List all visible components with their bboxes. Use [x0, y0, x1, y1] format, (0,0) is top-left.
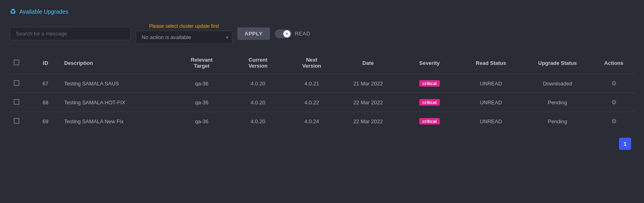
row-upgrade-status: Downloaded	[522, 74, 594, 93]
row-severity: critical	[399, 93, 460, 112]
severity-badge: critical	[419, 80, 440, 87]
row-checkbox-cell	[10, 74, 30, 93]
gear-icon[interactable]: ⚙	[611, 99, 617, 106]
action-dropdown-wrapper: No action is available ▾	[136, 31, 232, 44]
page-header: ♻ Available Upgrades	[10, 7, 634, 16]
header-upgrade-status: Upgrade Status	[522, 52, 594, 74]
row-relevant-target: qa-36	[174, 112, 230, 131]
row-checkbox[interactable]	[14, 118, 19, 124]
table-header-row: ID Description RelevantTarget CurrentVer…	[10, 52, 634, 74]
header-relevant-target: RelevantTarget	[174, 52, 230, 74]
upgrades-table: ID Description RelevantTarget CurrentVer…	[10, 52, 634, 130]
header-severity: Severity	[399, 52, 460, 74]
header-actions: Actions	[593, 52, 634, 74]
read-label: READ	[295, 31, 310, 37]
page-title: Available Upgrades	[19, 8, 68, 15]
severity-badge: critical	[419, 99, 440, 106]
gear-icon[interactable]: ⚙	[611, 80, 617, 87]
toolbar: Please select cluster update first No ac…	[10, 23, 634, 44]
toggle-knob: ✕	[283, 30, 291, 37]
warning-text: Please select cluster update first	[149, 23, 219, 29]
read-toggle-group: ✕ READ	[275, 29, 310, 38]
row-checkbox[interactable]	[14, 80, 19, 86]
row-date: 21 Mar 2022	[337, 74, 399, 93]
row-severity: critical	[399, 112, 460, 131]
row-upgrade-status: Pending	[522, 93, 594, 112]
dropdown-group: Please select cluster update first No ac…	[136, 23, 232, 44]
row-current-version: 4.0.20	[230, 74, 286, 93]
row-description: Testing SAMALA HOT-FIX	[61, 93, 174, 112]
row-date: 22 Mar 2022	[337, 93, 399, 112]
row-date: 22 Mar 2022	[337, 112, 399, 131]
header-id: ID	[30, 52, 61, 74]
row-checkbox[interactable]	[14, 99, 19, 105]
row-description: Testing SAMALA SAUS	[61, 74, 174, 93]
row-id: 69	[30, 112, 61, 131]
search-input[interactable]	[10, 27, 131, 40]
row-checkbox-cell	[10, 112, 30, 131]
row-actions: ⚙	[593, 112, 634, 131]
header-date: Date	[337, 52, 399, 74]
header-next-version: NextVersion	[286, 52, 337, 74]
header-current-version: CurrentVersion	[230, 52, 286, 74]
header-read-status: Read Status	[460, 52, 522, 74]
row-checkbox-cell	[10, 93, 30, 112]
apply-button[interactable]: APPLY	[237, 27, 270, 40]
row-upgrade-status: Pending	[522, 112, 594, 131]
header-description: Description	[61, 52, 174, 74]
row-id: 68	[30, 93, 61, 112]
row-actions: ⚙	[593, 93, 634, 112]
row-actions: ⚙	[593, 74, 634, 93]
read-toggle[interactable]: ✕	[275, 29, 292, 38]
table-row: 69 Testing SAMALA New Fix qa-36 4.0.20 4…	[10, 112, 634, 131]
table-row: 67 Testing SAMALA SAUS qa-36 4.0.20 4.0.…	[10, 74, 634, 93]
severity-badge: critical	[419, 118, 440, 124]
row-next-version: 4.0.21	[286, 74, 337, 93]
header-checkbox-cell	[10, 52, 30, 74]
row-id: 67	[30, 74, 61, 93]
row-current-version: 4.0.20	[230, 93, 286, 112]
row-read-status: UNREAD	[460, 112, 522, 131]
row-relevant-target: qa-36	[174, 74, 230, 93]
recycle-icon: ♻	[10, 7, 16, 16]
row-read-status: UNREAD	[460, 74, 522, 93]
pagination: 1	[10, 130, 634, 150]
table-row: 68 Testing SAMALA HOT-FIX qa-36 4.0.20 4…	[10, 93, 634, 112]
row-relevant-target: qa-36	[174, 93, 230, 112]
action-dropdown[interactable]: No action is available	[136, 31, 232, 44]
row-severity: critical	[399, 74, 460, 93]
row-next-version: 4.0.24	[286, 112, 337, 131]
select-all-checkbox[interactable]	[14, 60, 19, 65]
row-next-version: 4.0.22	[286, 93, 337, 112]
x-icon: ✕	[285, 32, 289, 36]
row-current-version: 4.0.20	[230, 112, 286, 131]
gear-icon[interactable]: ⚙	[611, 118, 617, 124]
row-description: Testing SAMALA New Fix	[61, 112, 174, 131]
row-read-status: UNREAD	[460, 93, 522, 112]
page-1-button[interactable]: 1	[619, 138, 631, 150]
